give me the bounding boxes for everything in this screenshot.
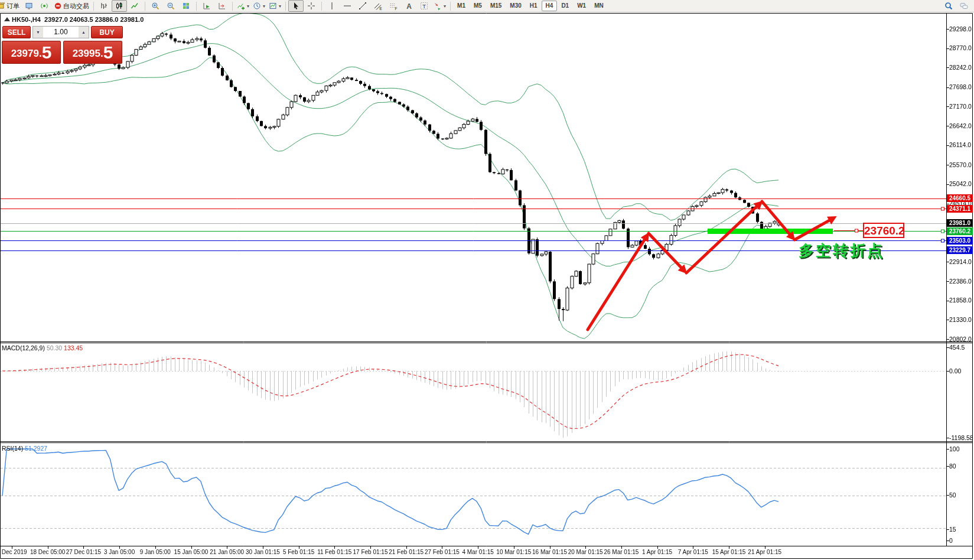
date-axis-label: 3 Jan 05:00 xyxy=(104,549,135,555)
price-axis-tick: 25042.0 xyxy=(949,180,972,187)
date-axis-label: 2 Dec 2019 xyxy=(0,549,27,555)
cursor-icon[interactable] xyxy=(288,0,304,12)
trendline-icon[interactable] xyxy=(355,0,370,12)
buy-button[interactable]: BUY xyxy=(91,26,123,38)
date-axis-label: 16 Mar 01:15 xyxy=(532,549,567,555)
main-toolbar: 订单自动交易▾▾▾EFAT▾M1M5M15M30H1H4D1W1MN xyxy=(0,0,974,12)
candlestick-chart-icon[interactable] xyxy=(112,0,127,12)
rsi-label: RSI(14) 51.2927 xyxy=(2,445,47,452)
chart-shift-icon[interactable] xyxy=(214,0,230,12)
text-label-icon[interactable]: T xyxy=(416,0,432,12)
date-axis-label: 27 Feb 01:15 xyxy=(425,549,460,555)
chart-title: HK50-,H4 23927.0 24063.5 23886.0 23981.0 xyxy=(12,16,144,23)
date-axis-label: 30 Jan 01:15 xyxy=(246,549,280,555)
chart-symbol: HK50-,H4 xyxy=(12,16,41,23)
svg-text:E: E xyxy=(380,6,383,11)
timeframe-m5[interactable]: M5 xyxy=(470,1,486,11)
chart-canvas[interactable] xyxy=(0,0,974,560)
sell-price-big: 5 xyxy=(42,44,52,61)
price-tag-annotation[interactable]: 23760.2 xyxy=(863,223,904,238)
market-watch-icon[interactable] xyxy=(21,0,37,12)
sell-price-button[interactable]: 23979.5 xyxy=(2,41,61,64)
date-axis-label: 1 Apr 01:15 xyxy=(642,549,672,555)
macd-axis-tick: 454.5 xyxy=(949,344,965,351)
date-axis-label: 10 Mar 01:15 xyxy=(496,549,531,555)
price-axis-tick: 29298.0 xyxy=(949,25,972,32)
chat-icon[interactable] xyxy=(956,0,972,12)
date-axis-label: 20 Mar 01:15 xyxy=(568,549,603,555)
sell-button[interactable]: SELL xyxy=(2,26,31,38)
buy-price-button[interactable]: 23995.5 xyxy=(63,41,122,64)
fibonacci-icon[interactable]: F xyxy=(386,0,401,12)
timeframe-w1[interactable]: W1 xyxy=(573,1,590,11)
mt4-window: 订单自动交易▾▾▾EFAT▾M1M5M15M30H1H4D1W1MN HK50-… xyxy=(0,0,974,560)
volume-value[interactable]: 1.00 xyxy=(43,27,79,38)
rsi-axis-tick: 100 xyxy=(949,445,960,452)
templates-icon[interactable]: ▾ xyxy=(267,0,283,12)
price-axis-tick: 28242.0 xyxy=(949,64,972,71)
bar-chart-icon[interactable] xyxy=(96,0,112,12)
toolbar-separator xyxy=(232,2,233,11)
price-axis-tick: 21858.0 xyxy=(949,297,972,304)
timeframe-d1[interactable]: D1 xyxy=(557,1,573,11)
svg-text:F: F xyxy=(395,6,398,11)
price-axis-tick: 27698.0 xyxy=(949,83,972,90)
price-level-label: 24371.1 xyxy=(947,205,973,213)
price-axis-tick: 22914.0 xyxy=(949,258,972,265)
line-chart-icon[interactable] xyxy=(127,0,142,12)
timeframe-m30[interactable]: M30 xyxy=(506,1,525,11)
price-axis-tick: 22386.0 xyxy=(949,278,972,285)
date-axis-label: 9 Jan 05:00 xyxy=(140,549,171,555)
date-axis-label: 27 Dec 01:15 xyxy=(66,549,102,555)
timeframe-m1[interactable]: M1 xyxy=(453,1,470,11)
price-level-label: 24660.5 xyxy=(947,194,973,202)
rsi-axis-tick: 50 xyxy=(949,491,956,499)
price-axis-tick: 28770.0 xyxy=(949,44,972,51)
macd-label: MACD(12,26,9) 50.30 133.45 xyxy=(2,344,83,351)
one-click-toggle-icon[interactable] xyxy=(4,17,10,21)
new-order-button[interactable]: 订单 xyxy=(0,0,21,12)
zoom-in-icon[interactable] xyxy=(148,0,163,12)
crosshair-icon[interactable] xyxy=(304,0,319,12)
timeframe-m15[interactable]: M15 xyxy=(486,1,506,11)
tile-windows-icon[interactable] xyxy=(178,0,194,12)
date-axis-label: 21 Feb 01:15 xyxy=(389,549,424,555)
date-axis-label: 7 Apr 01:15 xyxy=(678,549,708,555)
auto-scroll-icon[interactable] xyxy=(199,0,214,12)
indicators-icon[interactable]: ▾ xyxy=(235,0,251,12)
date-axis-label: 4 Mar 01:15 xyxy=(462,549,493,555)
horizontal-line-icon[interactable] xyxy=(340,0,355,12)
signals-icon[interactable] xyxy=(37,0,52,12)
zoom-out-icon[interactable] xyxy=(163,0,178,12)
periods-icon[interactable]: ▾ xyxy=(251,0,267,12)
volume-increase-button[interactable]: ▲ xyxy=(79,27,89,38)
date-axis-label: 17 Feb 01:15 xyxy=(353,549,388,555)
search-icon[interactable] xyxy=(941,0,956,12)
macd-axis-tick: 0.00 xyxy=(949,367,961,375)
macd-axis-tick: -1198.58 xyxy=(949,434,973,441)
text-icon[interactable]: A xyxy=(401,0,416,12)
equidistant-channel-icon[interactable]: E xyxy=(370,0,386,12)
price-level-label: 23229.7 xyxy=(947,246,973,254)
date-axis-label: 11 Feb 01:15 xyxy=(317,549,351,555)
price-axis-tick: 20802.0 xyxy=(949,336,972,343)
timeframe-h4[interactable]: H4 xyxy=(542,1,558,11)
volume-decrease-button[interactable]: ▼ xyxy=(33,27,43,38)
svg-text:T: T xyxy=(422,3,426,9)
date-axis-label: 18 Dec 05:00 xyxy=(30,549,66,555)
arrows-icon[interactable]: ▾ xyxy=(432,0,448,12)
price-axis-tick: 27170.0 xyxy=(949,103,972,110)
date-axis-label: 26 Mar 01:15 xyxy=(604,549,639,555)
rsi-axis-tick: 80 xyxy=(949,463,956,470)
turning-point-note[interactable]: 多空转折点 xyxy=(799,240,884,261)
date-axis-label: 15 Apr 01:15 xyxy=(712,549,746,555)
autotrading-button[interactable]: 自动交易 xyxy=(52,0,91,12)
volume-stepper[interactable]: ▼ 1.00 ▲ xyxy=(32,26,89,38)
timeframe-mn[interactable]: MN xyxy=(590,1,608,11)
buy-price-main: 23995. xyxy=(73,46,103,61)
timeframe-h1[interactable]: H1 xyxy=(526,1,542,11)
vertical-line-icon[interactable] xyxy=(324,0,340,12)
toolbar-separator xyxy=(285,2,286,11)
toolbar-separator xyxy=(145,2,145,11)
toolbar-separator xyxy=(196,2,197,11)
